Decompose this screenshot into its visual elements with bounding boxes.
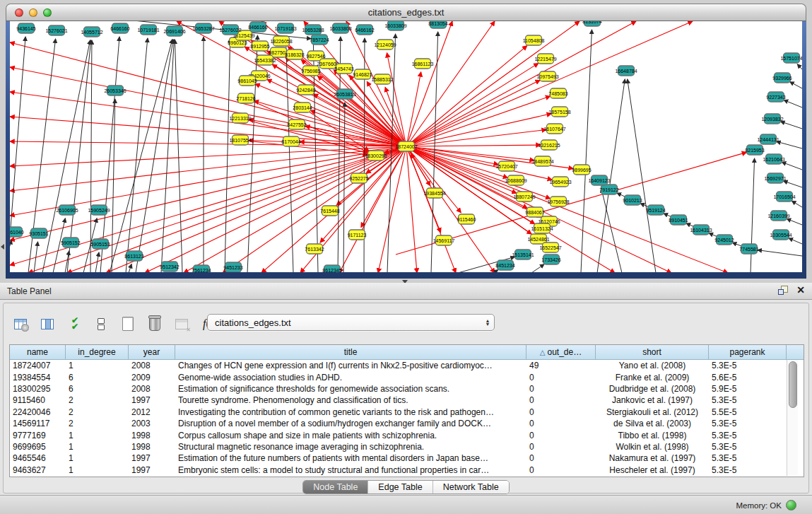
network-node[interactable]: 1733426 xyxy=(541,255,560,264)
network-edge[interactable] xyxy=(777,141,802,148)
table-row[interactable]: 969969511998Structural magnetic resonanc… xyxy=(10,441,804,452)
table-row[interactable]: 1830029562008Estimation of significance … xyxy=(10,383,804,395)
network-node[interactable]: 16409123 xyxy=(588,175,610,185)
network-node[interactable]: 17016504 xyxy=(773,192,795,201)
table-scrollbar-thumb[interactable] xyxy=(789,361,797,408)
network-node[interactable]: 7615448 xyxy=(320,206,339,216)
network-node[interactable]: 18807249 xyxy=(513,192,535,201)
network-node[interactable]: 15905249 xyxy=(88,205,110,215)
network-edge[interactable] xyxy=(406,146,417,272)
network-node[interactable]: 15276022 xyxy=(219,25,241,35)
column-header-title[interactable]: title xyxy=(175,345,526,359)
network-node[interactable]: 12160399 xyxy=(767,211,789,221)
network-node[interactable]: 9242848 xyxy=(296,85,315,95)
column-header-pagerank[interactable]: pagerank xyxy=(709,345,787,359)
network-edge[interactable] xyxy=(797,64,802,69)
table-scrollbar[interactable] xyxy=(787,360,798,476)
network-edge[interactable] xyxy=(406,145,541,146)
network-edge[interactable] xyxy=(106,146,406,272)
network-node[interactable]: 8454743 xyxy=(334,64,353,74)
network-node[interactable]: 8613123 xyxy=(124,251,143,261)
network-node[interactable]: 9146821 xyxy=(353,69,372,79)
network-node[interactable]: 19756928 xyxy=(547,197,569,206)
table-row[interactable]: 1938455462009Genome-wide association stu… xyxy=(10,371,804,382)
network-edge[interactable] xyxy=(787,218,802,225)
network-edge[interactable] xyxy=(406,146,728,272)
network-edge[interactable] xyxy=(406,114,551,146)
network-node[interactable]: 26106905 xyxy=(56,205,78,215)
network-edge[interactable] xyxy=(581,30,592,272)
network-edge[interactable] xyxy=(784,100,802,107)
network-edge[interactable] xyxy=(10,240,11,272)
network-edge[interactable] xyxy=(90,40,92,272)
network-node[interactable]: 9756985 xyxy=(301,66,320,76)
network-node[interactable]: 8910451 xyxy=(669,215,688,225)
network-edge[interactable] xyxy=(780,122,802,129)
network-node[interactable]: 18226058 xyxy=(270,36,292,46)
network-node[interactable]: 8186328 xyxy=(285,49,304,59)
network-edge[interactable] xyxy=(378,146,406,272)
network-node[interactable]: 9329966 xyxy=(772,73,792,83)
network-node[interactable]: 15135141 xyxy=(512,250,534,259)
network-node[interactable]: 9010213 xyxy=(623,195,642,205)
table-select-dropdown[interactable]: citations_edges.txt ▲▼ xyxy=(207,314,495,331)
table-row[interactable]: 2242004622012Investigating the contribut… xyxy=(10,407,804,418)
network-node[interactable]: 18300295 xyxy=(365,151,387,160)
network-node[interactable]: 16033808 xyxy=(329,23,351,33)
window-titlebar[interactable]: citations_edges.txt xyxy=(6,4,806,21)
left-splitter-arrow-icon[interactable] xyxy=(1,244,4,250)
network-node[interactable]: 10305544 xyxy=(770,230,792,240)
network-edge[interactable] xyxy=(790,82,802,88)
network-node[interactable]: 19384554 xyxy=(423,188,445,198)
network-node[interactable]: 15276021 xyxy=(45,25,67,35)
network-node[interactable]: 6466160 xyxy=(110,23,129,33)
network-node[interactable]: 9519124 xyxy=(646,205,665,215)
network-node[interactable]: 12093832 xyxy=(761,114,783,124)
network-node[interactable]: 19654923 xyxy=(549,177,571,187)
network-node[interactable]: 8813054 xyxy=(428,21,447,28)
network-node[interactable]: 9884067 xyxy=(525,207,544,217)
network-node[interactable]: 15885312 xyxy=(371,74,393,84)
network-node[interactable]: 16861123 xyxy=(412,59,434,69)
network-edge[interactable] xyxy=(406,21,636,146)
network-node[interactable]: 14569117 xyxy=(433,235,455,245)
network-node[interactable]: 9252275 xyxy=(349,173,368,183)
network-node[interactable]: 8466160 xyxy=(248,22,267,32)
delete-table-button[interactable] xyxy=(146,315,163,332)
table-row[interactable]: 1456911722003Disruption of a novel membe… xyxy=(10,418,804,429)
network-edge[interactable] xyxy=(406,146,456,272)
network-edge[interactable] xyxy=(751,158,755,272)
network-node[interactable]: 8215953 xyxy=(745,145,764,155)
network-node[interactable]: 10719181 xyxy=(137,25,159,35)
network-node[interactable]: 16522547 xyxy=(539,243,561,252)
network-node[interactable]: 12213319 xyxy=(229,113,251,123)
network-node[interactable]: 12124059 xyxy=(374,40,396,49)
network-canvas[interactable]: 1872400718300295896012389129551822605898… xyxy=(10,21,802,272)
table-mode-button[interactable] xyxy=(12,315,29,332)
network-node[interactable]: 16104313 xyxy=(690,225,712,235)
network-edge[interactable] xyxy=(145,146,406,272)
network-node[interactable]: 10719183 xyxy=(274,23,296,33)
network-edge[interactable] xyxy=(531,264,544,272)
network-node[interactable]: 9115460 xyxy=(457,214,476,224)
network-node[interactable]: 7857224 xyxy=(310,35,329,45)
tab-edge-table[interactable]: Edge Table xyxy=(368,481,433,493)
network-node[interactable]: 7485083 xyxy=(548,88,567,98)
network-node[interactable]: 8612345 xyxy=(322,265,341,272)
network-edge[interactable] xyxy=(175,40,182,272)
network-node[interactable]: 10688609 xyxy=(505,175,526,185)
network-node[interactable]: 15751074 xyxy=(780,53,802,63)
network-node[interactable]: 11054808 xyxy=(523,35,545,45)
table-row[interactable]: 946362711997Embryonic stem cells: a mode… xyxy=(10,465,804,476)
network-edge[interactable] xyxy=(628,79,656,272)
network-node[interactable]: 20691406 xyxy=(163,26,185,36)
network-node[interactable]: 6466162 xyxy=(355,25,374,35)
network-edge[interactable] xyxy=(789,238,802,244)
new-table-button[interactable] xyxy=(119,315,136,332)
network-edge[interactable] xyxy=(758,250,802,256)
close-panel-icon[interactable]: ✕ xyxy=(796,285,805,295)
network-node[interactable]: 9861045 xyxy=(237,76,257,86)
network-node[interactable]: 7613342 xyxy=(305,244,324,254)
network-node[interactable]: 5905152 xyxy=(61,238,80,247)
network-node[interactable]: 9171123 xyxy=(348,230,367,240)
